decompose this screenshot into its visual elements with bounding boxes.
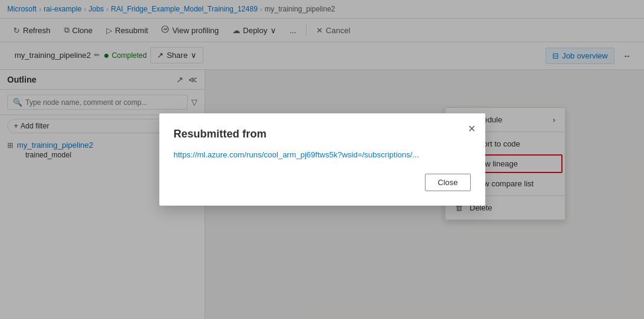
modal-dialog: Resubmitted from ✕ https://ml.azure.com/… xyxy=(159,113,485,206)
modal-close-button[interactable]: ✕ xyxy=(468,123,476,134)
close-icon: ✕ xyxy=(468,124,476,134)
modal-link[interactable]: https://ml.azure.com/runs/cool_arm_pj69f… xyxy=(174,150,419,159)
modal-title: Resubmitted from xyxy=(174,128,471,141)
modal-footer: Close xyxy=(174,174,471,191)
close-button[interactable]: Close xyxy=(425,174,470,191)
modal-overlay: Resubmitted from ✕ https://ml.azure.com/… xyxy=(0,0,644,319)
